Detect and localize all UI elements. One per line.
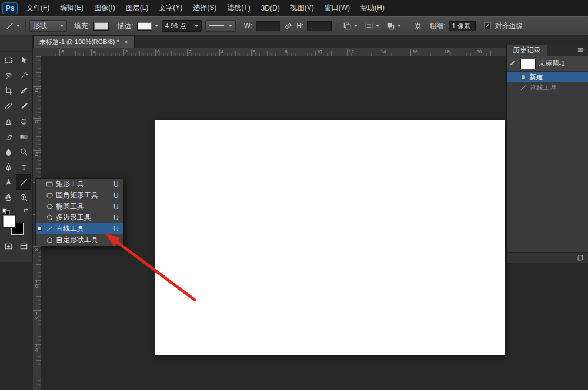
tool-button[interactable] xyxy=(1,190,16,205)
tool-button[interactable]: T xyxy=(16,159,31,174)
healing-brush-icon xyxy=(4,102,13,110)
swap-colors-icon[interactable]: ⇄ xyxy=(24,207,28,213)
tool-button[interactable] xyxy=(16,68,31,83)
history-panel-tab[interactable]: 历史记录 xyxy=(507,45,547,56)
stroke-width-value: 4.96 点 xyxy=(165,22,186,31)
weight-input[interactable]: 1 像素 xyxy=(449,21,476,31)
tool-button[interactable] xyxy=(16,52,31,68)
fill-swatch[interactable] xyxy=(93,22,109,31)
flyout-menu-item[interactable]: 圆角矩形工具 U xyxy=(36,190,123,201)
history-snapshot-row[interactable]: 未标题-1 xyxy=(507,56,588,72)
type-icon: T xyxy=(19,163,28,172)
menu-item[interactable]: 选择(S) xyxy=(188,0,222,16)
tool-button[interactable] xyxy=(1,129,16,144)
tool-mode-select[interactable]: 形状 xyxy=(29,20,67,32)
tool-button[interactable] xyxy=(16,98,31,113)
link-dimensions-icon[interactable] xyxy=(284,22,293,31)
tool-button[interactable] xyxy=(16,144,31,159)
tool-button[interactable] xyxy=(1,113,16,129)
tool-button[interactable] xyxy=(1,159,16,174)
ruler-number: 0 xyxy=(157,49,160,55)
menu-item[interactable]: 滤镜(T) xyxy=(222,0,255,16)
flyout-menu-item[interactable]: 矩形工具 U xyxy=(36,179,123,190)
flyout-menu-item[interactable]: 椭圆工具 U xyxy=(36,201,123,212)
width-input[interactable] xyxy=(256,21,280,31)
shape-tool-flyout-menu: 矩形工具 U 圆角矩形工具 U 椭圆工具 U 多边形工具 U 直线工具 U xyxy=(35,178,123,246)
flyout-item-shortcut: U xyxy=(113,203,123,211)
tool-button[interactable] xyxy=(16,190,31,205)
shape-custom-icon xyxy=(44,236,56,244)
eyedropper-icon xyxy=(19,86,28,95)
tool-preset-picker[interactable] xyxy=(4,19,22,32)
menu-item[interactable]: 帮助(H) xyxy=(355,0,390,16)
menu-item[interactable]: 视图(V) xyxy=(285,0,319,16)
flyout-item-label: 圆角矩形工具 xyxy=(56,190,113,200)
dodge-icon xyxy=(19,147,28,156)
history-source-box[interactable] xyxy=(507,72,517,82)
history-brush-source-box[interactable] xyxy=(507,56,517,71)
tool-button[interactable] xyxy=(16,174,31,190)
height-input[interactable] xyxy=(307,21,332,31)
toolbox: T ⇄ xyxy=(0,35,33,262)
flyout-menu-item[interactable]: 直线工具 U xyxy=(36,223,123,234)
close-tab-icon[interactable]: × xyxy=(124,38,128,46)
history-state-row[interactable]: 直线工具 xyxy=(507,82,588,93)
document-tab[interactable]: 未标题-1 @ 100%(RGB/8) * × xyxy=(33,35,135,48)
flyout-menu-item[interactable]: 自定形状工具 U xyxy=(36,234,123,246)
menu-item[interactable]: 文字(Y) xyxy=(153,0,188,16)
history-brush-icon xyxy=(19,117,28,126)
ruler-number: 0 xyxy=(34,119,39,124)
history-state-row[interactable]: 新建 xyxy=(507,72,588,82)
document-title: 未标题-1 @ 100%(RGB/8) * xyxy=(39,38,119,46)
foreground-color-swatch[interactable] xyxy=(3,215,15,227)
horizontal-ruler[interactable]: 64202468101214161820 xyxy=(41,48,506,56)
flyout-item-label: 多边形工具 xyxy=(56,213,113,223)
quick-mask-button[interactable] xyxy=(1,238,16,254)
tool-button[interactable] xyxy=(1,52,16,68)
tool-button[interactable] xyxy=(1,144,16,159)
canvas[interactable] xyxy=(155,120,505,355)
divider xyxy=(25,19,26,32)
ruler-number: 14 xyxy=(380,49,386,55)
tool-button[interactable] xyxy=(1,98,16,113)
tool-button[interactable] xyxy=(1,174,16,190)
ruler-origin-corner[interactable] xyxy=(33,48,41,56)
tool-button[interactable] xyxy=(16,129,31,144)
pen-icon xyxy=(4,163,13,172)
align-edges-checkbox[interactable] xyxy=(484,22,491,29)
menu-item[interactable]: 文件(F) xyxy=(21,0,55,16)
path-alignment-button[interactable] xyxy=(363,20,381,32)
path-arrangement-icon xyxy=(386,22,395,31)
menu-item[interactable]: 窗口(W) xyxy=(319,0,355,16)
path-arrangement-button[interactable] xyxy=(385,20,403,32)
stroke-style-select[interactable] xyxy=(205,20,236,32)
menu-item[interactable]: 图层(L) xyxy=(121,0,154,16)
caret-down-icon xyxy=(195,25,198,27)
new-document-from-state-icon[interactable] xyxy=(577,254,584,261)
screen-mode-button[interactable] xyxy=(16,238,31,254)
menu-item[interactable]: 图像(I) xyxy=(89,0,120,16)
tool-button[interactable] xyxy=(1,68,16,83)
tool-button[interactable] xyxy=(1,83,16,98)
ruler-number: 2 xyxy=(125,49,128,55)
stroke-width-input[interactable]: 4.96 点 xyxy=(162,20,202,32)
caret-down-icon xyxy=(376,25,379,27)
panel-menu-icon[interactable] xyxy=(574,45,588,56)
tool-button[interactable] xyxy=(16,113,31,129)
stroke-swatch[interactable] xyxy=(137,22,152,31)
menu-item[interactable]: 3D(D) xyxy=(256,0,285,16)
geometry-options-gear-icon[interactable] xyxy=(413,22,422,31)
shape-ellipse-icon xyxy=(44,203,56,210)
menu-item[interactable]: 编辑(E) xyxy=(55,0,89,16)
toolbox-grip[interactable] xyxy=(0,35,32,52)
default-colors-icon[interactable] xyxy=(2,208,12,215)
ruler-number: 18 xyxy=(445,49,450,55)
flyout-menu-item[interactable]: 多边形工具 U xyxy=(36,212,123,223)
caret-down-icon xyxy=(60,25,64,27)
current-tool-indicator xyxy=(36,212,44,223)
tool-button[interactable] xyxy=(16,83,31,98)
state-new-icon xyxy=(517,73,529,80)
path-operations-button[interactable] xyxy=(341,20,359,32)
stroke-swatch-picker[interactable] xyxy=(137,22,158,31)
history-source-box[interactable] xyxy=(507,82,517,93)
